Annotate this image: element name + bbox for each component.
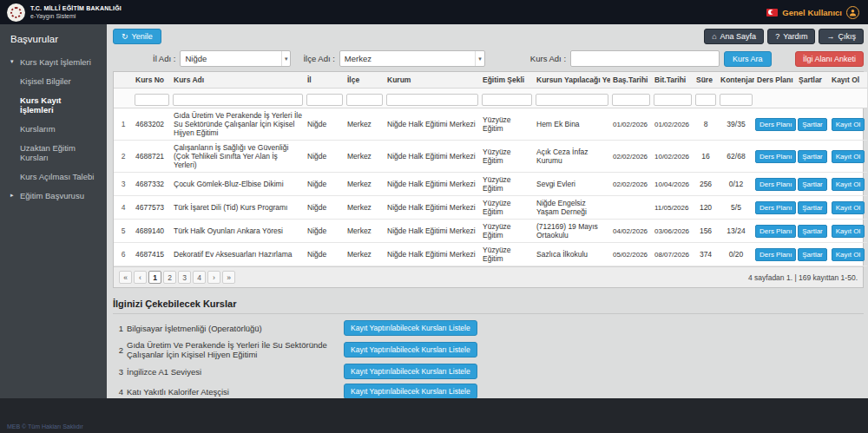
cell-bas-tarihi: 02/02/2026 (610, 173, 652, 196)
kurs-ara-button[interactable]: Kurs Ara (724, 51, 772, 67)
page-button[interactable]: 3 (178, 271, 191, 284)
il-select[interactable]: Niğde ▾ (180, 50, 291, 67)
list-registrable-courses-button[interactable]: Kayıt Yaptırılabilecek Kursları Listele (344, 384, 477, 398)
column-header[interactable]: İlçe (345, 72, 385, 89)
kayit-ol-button[interactable]: Kayıt Ol (832, 225, 865, 238)
filter-cell (480, 89, 534, 108)
prev-page-button[interactable]: ‹ (134, 271, 147, 284)
cell-kurs-adi: Gıda Üretim Ve Perakende İş Yerleri İle … (171, 108, 305, 141)
kayit-ol-button[interactable]: Kayıt Ol (832, 248, 865, 261)
sidebar-item[interactable]: ▸Eğitim Başvurusu (0, 186, 107, 205)
user-name[interactable]: Genel Kullanıcı (782, 8, 842, 17)
kayit-ol-button[interactable]: Kayıt Ol (832, 118, 865, 131)
cell-sartlar-button: Şartlar (796, 141, 829, 173)
column-header[interactable]: İl (305, 72, 345, 89)
user-avatar-icon[interactable] (846, 6, 859, 19)
column-filter-input[interactable] (173, 94, 303, 106)
sidebar-item[interactable]: Kurs Açılması Talebi (0, 167, 107, 186)
cell-egitim-sekli: Yüzyüze Eğitim (480, 173, 534, 196)
column-header[interactable]: Süre (694, 72, 718, 89)
sidebar-title[interactable]: Başvurular (0, 24, 107, 52)
column-filter-input[interactable] (135, 94, 169, 106)
ilce-select[interactable]: Merkez ▾ (339, 50, 485, 67)
home-button[interactable]: ⌂ Ana Sayfa (704, 29, 764, 44)
sidebar-item[interactable]: Kurslarım (0, 119, 107, 138)
column-header[interactable]: Kurum (385, 72, 480, 89)
exit-button[interactable]: → Çıkış (819, 29, 864, 44)
column-filter-input[interactable] (386, 94, 478, 106)
brand[interactable]: T.C. MİLLÎ EĞİTİM BAKANLIĞI e-Yaygın Sis… (7, 3, 122, 22)
column-filter-input[interactable] (720, 94, 753, 106)
first-page-button[interactable]: « (119, 271, 132, 284)
ders-plani-button[interactable]: Ders Planı (755, 118, 796, 131)
column-header[interactable]: Kurs Adı (171, 72, 305, 89)
cell-sure: 156 (694, 220, 718, 243)
column-filter-input[interactable] (536, 94, 608, 106)
list-registrable-courses-button[interactable]: Kayıt Yaptırılabilecek Kursları Listele (344, 342, 477, 358)
kayit-ol-button[interactable]: Kayıt Ol (832, 201, 865, 214)
column-header[interactable]: Eğitim Şekli (480, 72, 534, 89)
list-registrable-courses-button[interactable]: Kayıt Yaptırılabilecek Kursları Listele (344, 320, 477, 336)
sidebar-item[interactable]: Kişisel Bilgiler (0, 71, 107, 90)
cell-sartlar-button: Şartlar (796, 173, 829, 196)
cell-kontenjan: 5/5 (718, 196, 754, 220)
table-header-row: Kurs NoKurs AdıİlİlçeKurumEğitim ŞekliKu… (114, 72, 867, 89)
column-header[interactable]: Kursun Yapılacağı Yer (534, 72, 610, 89)
sidebar-item[interactable]: ▾Kurs Kayıt İşlemleri (0, 52, 107, 71)
column-filter-input[interactable] (306, 94, 343, 106)
caret-icon: ▾ (10, 58, 16, 65)
cell-yapilacagi-yer: Açık Ceza İnfaz Kurumu (534, 141, 610, 173)
page-button[interactable]: 4 (193, 271, 206, 284)
column-filter-input[interactable] (612, 94, 650, 106)
column-header[interactable]: Kontenjan (718, 72, 754, 89)
last-page-button[interactable]: » (222, 271, 235, 284)
home-icon: ⌂ (712, 32, 716, 41)
column-header[interactable]: Baş.Tarihi (610, 72, 652, 89)
column-header[interactable]: Bit.Tarihi (652, 72, 694, 89)
column-header[interactable]: Şartlar (796, 72, 829, 89)
ders-plani-button[interactable]: Ders Planı (755, 225, 796, 238)
cell-egitim-sekli: Yüzyüze Eğitim (480, 108, 534, 141)
sartlar-button[interactable]: Şartlar (798, 201, 827, 214)
refresh-button[interactable]: ↻ Yenile (113, 29, 161, 44)
ders-plani-button[interactable]: Ders Planı (755, 150, 796, 163)
ilgi-alani-anketi-button[interactable]: İlgi Alanı Anketi (795, 51, 864, 67)
list-registrable-courses-button[interactable]: Kayıt Yaptırılabilecek Kursları Listele (344, 364, 477, 379)
sartlar-button[interactable]: Şartlar (798, 118, 827, 131)
refresh-button-label: Yenile (132, 32, 153, 41)
sidebar-item[interactable]: Uzaktan Eğitim Kursları (0, 138, 107, 167)
page-button[interactable]: 2 (163, 271, 176, 284)
cell-bas-tarihi (610, 196, 652, 220)
page-button[interactable]: 1 (148, 271, 161, 284)
column-filter-input[interactable] (654, 94, 692, 106)
column-header[interactable]: Ders Planı (754, 72, 796, 89)
sartlar-button[interactable]: Şartlar (798, 248, 827, 261)
help-button[interactable]: ? Yardım (767, 29, 815, 44)
ders-plani-button[interactable]: Ders Planı (755, 201, 796, 214)
cell-row-number: 6 (114, 243, 133, 266)
column-filter-input[interactable] (346, 94, 383, 106)
ders-plani-button[interactable]: Ders Planı (755, 248, 796, 261)
cell-kurum: Niğde Halk Eğitimi Merkezi (385, 108, 480, 141)
exit-icon: → (826, 32, 834, 41)
user-area: Genel Kullanıcı (766, 6, 859, 19)
sartlar-button[interactable]: Şartlar (798, 150, 827, 163)
sartlar-button[interactable]: Şartlar (798, 225, 827, 238)
sidebar-item[interactable]: Kurs Kayıt İşlemleri (0, 90, 107, 119)
filter-cell (718, 89, 754, 108)
column-header[interactable]: Kayıt Ol (829, 72, 867, 89)
suggested-course-item: 2Gıda Üretim Ve Perakende İş Yerleri İle… (113, 340, 864, 359)
column-filter-input[interactable] (482, 94, 532, 106)
kayit-ol-button[interactable]: Kayıt Ol (832, 178, 865, 191)
cell-row-number: 5 (114, 220, 133, 243)
suggestion-name: Katı Yakıtlı Kalorifer Ateşçisi (127, 387, 344, 397)
ders-plani-button[interactable]: Ders Planı (755, 178, 796, 191)
suggestion-name: Gıda Üretim Ve Perakende İş Yerleri İle … (127, 340, 344, 359)
next-page-button[interactable]: › (207, 271, 220, 284)
column-header[interactable]: Kurs No (133, 72, 171, 89)
kayit-ol-button[interactable]: Kayıt Ol (832, 150, 865, 163)
sartlar-button[interactable]: Şartlar (798, 178, 827, 191)
cell-kontenjan: 0/12 (718, 173, 754, 196)
kurs-adi-input[interactable] (570, 50, 720, 67)
column-filter-input[interactable] (695, 94, 716, 106)
